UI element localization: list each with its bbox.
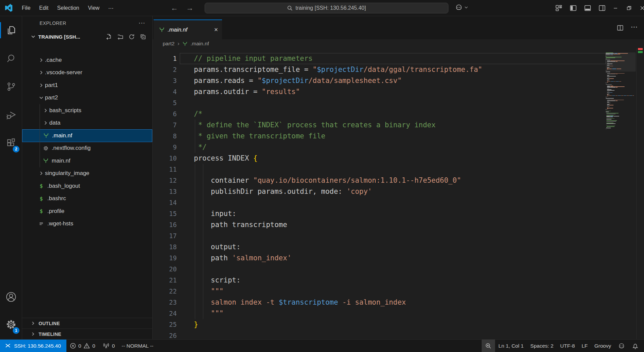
- menu-file[interactable]: File: [17, 4, 35, 12]
- restore-button[interactable]: [624, 3, 634, 13]
- tree-item-nextflow-config[interactable]: .nextflow.config: [22, 142, 152, 155]
- nav-forward-button[interactable]: →: [185, 3, 195, 13]
- line-number: 23: [153, 297, 177, 308]
- activity-search[interactable]: [0, 44, 22, 73]
- vim-mode-indicator[interactable]: -- NORMAL --: [118, 340, 157, 352]
- settings-button[interactable]: 1: [0, 310, 22, 339]
- timeline-panel-header[interactable]: TIMELINE: [22, 328, 152, 339]
- tree-item-wget-hsts[interactable]: .wget-hsts: [22, 218, 152, 230]
- menu-view[interactable]: View: [84, 4, 104, 12]
- copilot-menu[interactable]: [455, 3, 468, 11]
- code-line[interactable]: 10process INDEX {: [153, 153, 644, 164]
- ports-indicator[interactable]: 0: [99, 340, 118, 352]
- code-line[interactable]: 19 path 'salmon_index': [153, 253, 644, 264]
- code-line[interactable]: 13 publishDir params.outdir, mode: 'copy…: [153, 186, 644, 197]
- nav-back-button[interactable]: ←: [170, 3, 179, 13]
- tree-item-profile[interactable]: $.profile: [22, 205, 152, 218]
- toggle-panel-icon[interactable]: [583, 3, 592, 13]
- code-line[interactable]: 15 input:: [153, 208, 644, 219]
- activity-extensions[interactable]: 2: [0, 129, 22, 157]
- problems-indicator[interactable]: 0 0: [66, 340, 99, 352]
- zoom-indicator[interactable]: [482, 340, 495, 352]
- remote-indicator[interactable]: SSH: 130.56.245.40: [0, 340, 66, 352]
- tree-item-bashrc[interactable]: $.bashrc: [22, 192, 152, 205]
- tree-item-part2[interactable]: part2: [22, 92, 152, 104]
- indentation-setting[interactable]: Spaces: 2: [527, 340, 557, 352]
- activity-run-debug[interactable]: [0, 101, 22, 129]
- menu-[interactable]: ⋯: [104, 4, 118, 13]
- customize-layout-icon[interactable]: [554, 3, 564, 13]
- code-text: input:: [177, 208, 236, 219]
- code-line[interactable]: 26: [153, 330, 644, 339]
- code-line[interactable]: 17: [153, 230, 644, 241]
- code-line[interactable]: 12 container "quay.io/biocontainers/salm…: [153, 175, 644, 186]
- tree-item-cache[interactable]: .cache: [22, 54, 152, 67]
- new-file-icon[interactable]: [106, 34, 112, 40]
- command-center-search[interactable]: training [SSH: 130.56.245.40]: [205, 3, 448, 13]
- tree-item-singularity-image[interactable]: singularity_image: [22, 167, 152, 180]
- language-mode[interactable]: Groovy: [591, 340, 614, 352]
- breadcrumb-file[interactable]: .main.nf: [191, 41, 209, 47]
- menu-selection[interactable]: Selection: [53, 4, 84, 12]
- cursor-position[interactable]: Ln 1, Col 1: [495, 340, 527, 352]
- accounts-button[interactable]: [0, 283, 22, 310]
- code-line[interactable]: 22 """: [153, 286, 644, 297]
- code-line[interactable]: 16 path transcriptome: [153, 219, 644, 230]
- code-line[interactable]: 5: [153, 97, 644, 108]
- minimap[interactable]: [606, 52, 636, 339]
- code-line[interactable]: 8 * given the transcriptome file: [153, 131, 644, 142]
- workspace-section-header[interactable]: TRAINING [SSH...: [22, 30, 152, 43]
- code-line[interactable]: 3params.reads = "$projectDir/data/sample…: [153, 75, 644, 86]
- remote-label: SSH: 130.56.245.40: [14, 343, 61, 349]
- split-editor-icon[interactable]: [616, 24, 624, 32]
- code-line[interactable]: 25}: [153, 319, 644, 330]
- tree-item-data[interactable]: data: [22, 117, 152, 130]
- overview-ruler[interactable]: [636, 48, 644, 339]
- code-line[interactable]: 1// pipeline input parameters: [153, 53, 644, 64]
- breadcrumb[interactable]: part2 › .main.nf: [153, 39, 644, 48]
- explorer-more-actions[interactable]: ···: [139, 20, 146, 26]
- tree-item-label: singularity_image: [45, 170, 89, 177]
- code-line[interactable]: 11: [153, 164, 644, 175]
- tree-item-vscode-server[interactable]: .vscode-server: [22, 67, 152, 79]
- tree-item-part1[interactable]: part1: [22, 79, 152, 92]
- line-number: 20: [153, 264, 177, 275]
- notifications[interactable]: [629, 340, 644, 352]
- code-line[interactable]: 21 script:: [153, 275, 644, 286]
- code-line[interactable]: 9 */: [153, 142, 644, 153]
- code-line[interactable]: 4params.outdir = "results": [153, 86, 644, 97]
- code-line[interactable]: 2params.transcriptome_file = "$projectDi…: [153, 64, 644, 75]
- code-line[interactable]: 20: [153, 264, 644, 275]
- refresh-icon[interactable]: [128, 34, 135, 40]
- nextflow-icon: [159, 27, 165, 33]
- toggle-primary-sidebar-icon[interactable]: [569, 3, 578, 13]
- toggle-secondary-sidebar-icon[interactable]: [597, 3, 607, 13]
- activity-explorer[interactable]: [0, 16, 22, 44]
- menu-edit[interactable]: Edit: [35, 4, 53, 12]
- tree-item-bash-logout[interactable]: $.bash_logout: [22, 180, 152, 192]
- tab-main-nf[interactable]: .main.nf ×: [154, 19, 222, 39]
- eol-setting[interactable]: LF: [578, 340, 591, 352]
- tree-item-main-nf[interactable]: main.nf: [22, 155, 152, 167]
- tree-item-main-nf[interactable]: .main.nf: [22, 129, 152, 142]
- tree-item-bash-scripts[interactable]: bash_scripts: [22, 104, 152, 117]
- code-text: container "quay.io/biocontainers/salmon:…: [177, 175, 461, 186]
- copilot-status[interactable]: [614, 340, 629, 352]
- code-line[interactable]: 14: [153, 197, 644, 208]
- minimize-button[interactable]: [610, 3, 621, 13]
- close-window-button[interactable]: [637, 3, 644, 13]
- new-folder-icon[interactable]: [117, 34, 123, 40]
- editor-more-actions-icon[interactable]: ···: [631, 24, 638, 32]
- code-line[interactable]: 7 * define the `INDEX` process that crea…: [153, 120, 644, 131]
- code-line[interactable]: 6/*: [153, 108, 644, 120]
- code-line[interactable]: 23 salmon index -t $transcriptome -i sal…: [153, 297, 644, 308]
- code-line[interactable]: 18 output:: [153, 241, 644, 253]
- outline-panel-header[interactable]: OUTLINE: [22, 318, 152, 328]
- encoding-setting[interactable]: UTF-8: [557, 340, 578, 352]
- activity-source-control[interactable]: [0, 73, 22, 101]
- code-line[interactable]: 24 """: [153, 308, 644, 319]
- code-editor[interactable]: 1// pipeline input parameters2params.tra…: [153, 48, 644, 339]
- collapse-all-icon[interactable]: [140, 34, 146, 40]
- tab-close-icon[interactable]: ×: [214, 26, 218, 34]
- breadcrumb-folder[interactable]: part2: [163, 41, 174, 47]
